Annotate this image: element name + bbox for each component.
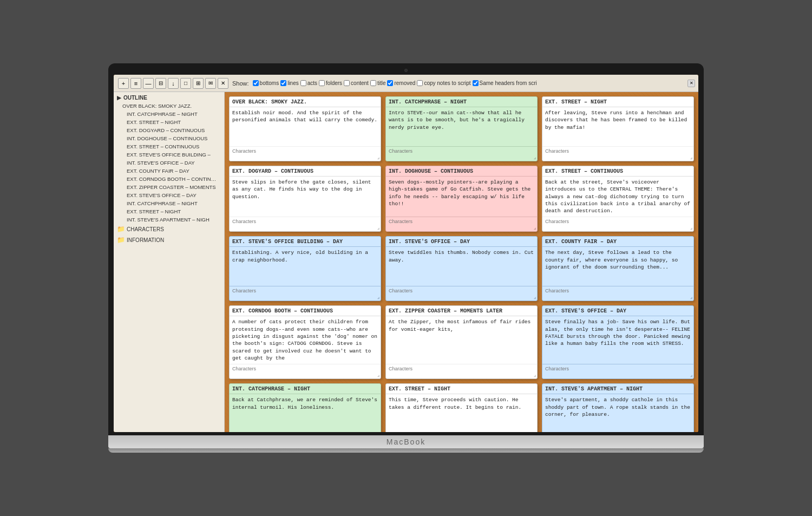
sidebar-item-steves-office-2[interactable]: EXT. STEVE'S OFFICE – DAY — [114, 191, 224, 199]
card-1-resize[interactable]: ◢ — [230, 155, 381, 161]
sidebar-item-dogyard[interactable]: EXT. DOGYARD – CONTINUOUS — [114, 126, 224, 134]
cb-content-label[interactable]: content — [344, 80, 369, 86]
card-2-characters[interactable] — [389, 148, 534, 154]
card-9-characters[interactable] — [545, 288, 691, 293]
card-8-content[interactable]: Steve twiddles his thumbs. Nobody comes … — [386, 247, 537, 286]
card-5-characters[interactable] — [389, 219, 534, 224]
cb-content[interactable] — [344, 80, 350, 86]
cb-copy-notes-label[interactable]: copy notes to script — [417, 80, 470, 86]
cb-copy-notes[interactable] — [417, 80, 423, 86]
list-button[interactable]: ≡ — [130, 78, 141, 89]
card-12-resize[interactable]: ◢ — [542, 373, 693, 378]
card-1-characters[interactable] — [232, 148, 378, 154]
card-9-content[interactable]: The next day, Steve follows a lead to th… — [542, 247, 693, 286]
cb-lines[interactable] — [280, 80, 286, 86]
card-2-resize[interactable]: ◢ — [386, 155, 537, 161]
card-3-resize[interactable]: ◢ — [542, 155, 693, 161]
cb-removed[interactable] — [387, 80, 393, 86]
card-6-resize[interactable]: ◢ — [542, 226, 693, 231]
sidebar-item-characters[interactable]: 📁 CHARACTERS — [114, 224, 224, 234]
card-6: EXT. STREET – CONTINUOUS Back at the str… — [542, 166, 694, 232]
card-1-title: OVER BLACK: SMOKY JAZZ. — [230, 97, 381, 107]
sidebar-item-zipper[interactable]: EXT. ZIPPER COASTER – MOMENTS — [114, 183, 224, 191]
folder-icon-characters: 📁 — [117, 225, 125, 233]
card-11-resize[interactable]: ◢ — [386, 373, 537, 378]
sidebar-item-outline[interactable]: ▶ OUTLINE — [114, 94, 224, 102]
card-12-characters[interactable] — [545, 366, 691, 371]
card-8-footer — [386, 286, 537, 295]
card-2-footer — [386, 146, 537, 155]
card-5-resize[interactable]: ◢ — [386, 226, 537, 231]
card-7-content[interactable]: Establishing. A very nice, old building … — [230, 247, 381, 286]
card-14: EXT. STREET – NIGHT This time, Steve pro… — [385, 383, 538, 432]
close-toolbar-button[interactable]: ✕ — [218, 78, 228, 89]
card-5-content[interactable]: Seven dogs--mostly pointers--are playing… — [386, 177, 537, 217]
card-10-resize[interactable]: ◢ — [230, 373, 381, 378]
sidebar-item-steves-office-1[interactable]: INT. STEVE'S OFFICE – DAY — [114, 159, 224, 167]
sidebar-item-over-black[interactable]: OVER BLACK: SMOKY JAZZ. — [114, 102, 224, 110]
download-button[interactable]: ↓ — [168, 78, 179, 89]
card-1-footer — [230, 146, 381, 155]
collapse-button[interactable]: ⊟ — [155, 78, 166, 89]
sidebar-item-catchphrase-2[interactable]: INT. CATCHPHRASE – NIGHT — [114, 199, 224, 207]
card-2-content[interactable]: Intro STEVE--our main cat--show that all… — [386, 107, 537, 146]
sidebar-item-information[interactable]: 📁 INFORMATION — [114, 234, 224, 245]
cb-acts[interactable] — [300, 80, 306, 86]
mail-button[interactable]: ✉ — [205, 78, 216, 89]
card-15-content[interactable]: Steve's apartment, a shoddy cathole in t… — [542, 394, 693, 432]
cb-title[interactable] — [370, 80, 376, 86]
add-button[interactable]: + — [118, 78, 129, 89]
minus-button[interactable]: — — [143, 78, 154, 89]
cb-removed-label[interactable]: removed — [387, 80, 415, 86]
sidebar-item-county-fair[interactable]: EXT. COUNTY FAIR – DAY — [114, 167, 224, 175]
card-11-characters[interactable] — [389, 366, 534, 371]
cb-title-label[interactable]: title — [370, 80, 386, 86]
card-14-content[interactable]: This time, Steve proceeds with caution. … — [386, 394, 537, 432]
card-12-content[interactable]: Steve finally has a job- Save his own li… — [542, 316, 693, 364]
cb-bottoms[interactable] — [253, 80, 259, 86]
cb-acts-label[interactable]: acts — [300, 80, 317, 86]
sidebar-item-catchphrase-1[interactable]: INT. CATCHPHRASE – NIGHT — [114, 110, 224, 118]
card-13-content[interactable]: Back at Catchphrase, we are reminded of … — [230, 394, 381, 432]
characters-label: CHARACTERS — [127, 226, 164, 232]
card-11-content[interactable]: At the Zipper, the most infamous of fair… — [386, 316, 537, 364]
card-10: EXT. CORNDOG BOOTH – CONTINUOUS A number… — [229, 305, 381, 379]
cb-folders-label[interactable]: folders — [319, 80, 342, 86]
card-6-characters[interactable] — [545, 219, 691, 224]
card-5-footer — [386, 217, 537, 226]
card-4-content[interactable]: Steve slips in before the gate closes, s… — [230, 177, 381, 217]
card-12-title: EXT. STEVE'S OFFICE – DAY — [542, 306, 693, 316]
sidebar-item-street-1[interactable]: EXT. STREET – NIGHT — [114, 118, 224, 126]
card-7-resize[interactable]: ◢ — [230, 295, 381, 301]
cb-same-headers[interactable] — [473, 80, 479, 86]
grid-button[interactable]: ⊞ — [193, 78, 204, 89]
sidebar-item-street-2[interactable]: EXT. STREET – NIGHT — [114, 207, 224, 215]
card-9-resize[interactable]: ◢ — [542, 295, 693, 301]
frame-button[interactable]: □ — [180, 78, 191, 89]
cb-bottoms-label[interactable]: bottoms — [253, 80, 279, 86]
sidebar-item-street-cont[interactable]: EXT. STREET – CONTINUOUS — [114, 142, 224, 151]
cb-folders[interactable] — [319, 80, 325, 86]
sidebar-item-apartment[interactable]: INT. STEVE'S APARTMENT – NIGH — [114, 215, 224, 224]
card-8-resize[interactable]: ◢ — [386, 295, 537, 301]
card-7-characters[interactable] — [232, 288, 378, 293]
sidebar-item-corndog[interactable]: EXT. CORNDOG BOOTH – CONTINUOU — [114, 175, 224, 183]
card-13-title: INT. CATCHPHRASE – NIGHT — [230, 384, 381, 394]
cb-same-headers-label[interactable]: Same headers from scri — [473, 80, 537, 86]
card-3-characters[interactable] — [545, 148, 691, 154]
sidebar-item-doghouse[interactable]: INT. DOGHOUSE – CONTINUOUS — [114, 134, 224, 142]
card-10-characters[interactable] — [232, 366, 378, 371]
card-10-content[interactable]: A number of cats protect their children … — [230, 316, 381, 364]
cb-lines-label[interactable]: lines — [280, 80, 299, 86]
card-4-resize[interactable]: ◢ — [230, 226, 381, 231]
sidebar: ▶ OUTLINE OVER BLACK: SMOKY JAZZ. INT. C… — [114, 92, 225, 432]
card-8-characters[interactable] — [389, 288, 534, 293]
card-3-content[interactable]: After leaving, Steve runs into a henchma… — [542, 107, 693, 146]
card-6-content[interactable]: Back at the street, Steve's voiceover in… — [542, 177, 693, 217]
window-close-button[interactable]: ✕ — [687, 80, 695, 87]
card-4-characters[interactable] — [232, 219, 378, 224]
cards-grid: OVER BLACK: SMOKY JAZZ. Establish noir m… — [229, 96, 694, 432]
sidebar-item-office-building[interactable]: EXT. STEVE'S OFFICE BUILDING – — [114, 151, 224, 159]
card-1-content[interactable]: Establish noir mood. And the spirit of t… — [230, 107, 381, 146]
card-5: INT. DOGHOUSE – CONTINUOUS Seven dogs--m… — [385, 166, 538, 232]
